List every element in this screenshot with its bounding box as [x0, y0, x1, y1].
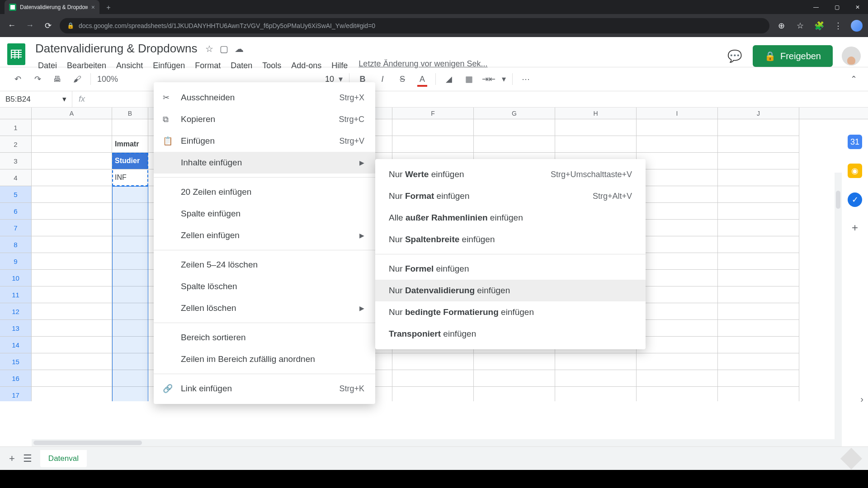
cell[interactable] — [637, 169, 718, 186]
cell[interactable]: Immatr — [112, 136, 148, 153]
cell[interactable] — [112, 303, 148, 320]
cell[interactable] — [392, 370, 474, 387]
cell[interactable] — [32, 253, 112, 270]
row-header[interactable]: 12 — [0, 303, 32, 320]
row-header[interactable]: 3 — [0, 153, 32, 169]
cell[interactable] — [637, 236, 718, 253]
menu-file[interactable]: Datei — [33, 59, 61, 72]
text-color-button[interactable]: A — [415, 72, 429, 86]
more-button[interactable]: ⋯ — [519, 72, 533, 86]
explore-button[interactable] — [840, 447, 862, 469]
cell[interactable] — [112, 270, 148, 286]
ctx-paste[interactable]: 📋 Einfügen Strg+V — [154, 130, 375, 152]
cell[interactable] — [718, 136, 799, 153]
side-panel-chevron-icon[interactable]: › — [860, 394, 863, 404]
close-icon[interactable]: × — [91, 4, 95, 11]
cell[interactable] — [637, 387, 718, 401]
borders-button[interactable]: ▦ — [462, 72, 476, 86]
cell[interactable] — [637, 203, 718, 220]
cell[interactable] — [718, 337, 799, 353]
cell[interactable] — [555, 119, 637, 136]
cell[interactable] — [32, 337, 112, 353]
sub-colwidth-only[interactable]: Nur Spaltenbreite einfügen — [375, 229, 646, 250]
address-bar[interactable]: 🔒 docs.google.com/spreadsheets/d/1JKUDAN… — [60, 18, 769, 33]
row-header[interactable]: 16 — [0, 370, 32, 387]
row-header[interactable]: 13 — [0, 320, 32, 337]
menu-format[interactable]: Format — [190, 59, 225, 72]
col-header[interactable]: G — [474, 108, 555, 119]
row-header[interactable]: 14 — [0, 337, 32, 353]
add-sheet-button[interactable]: + — [9, 453, 15, 465]
col-header[interactable]: J — [718, 108, 799, 119]
cell[interactable] — [555, 387, 637, 401]
ctx-delete-cells[interactable]: Zellen löschen ▶ — [154, 297, 375, 319]
forward-button[interactable]: → — [24, 21, 36, 30]
col-header[interactable]: A — [32, 108, 112, 119]
cell[interactable] — [32, 220, 112, 236]
ctx-insert-col[interactable]: Spalte einfügen — [154, 203, 375, 225]
strike-button[interactable]: S — [396, 72, 409, 86]
cell[interactable] — [718, 203, 799, 220]
cell[interactable] — [637, 370, 718, 387]
row-header[interactable]: 7 — [0, 220, 32, 236]
minimize-button[interactable]: — — [806, 0, 826, 14]
profile-avatar[interactable] — [851, 20, 863, 32]
row-header[interactable]: 5 — [0, 186, 32, 203]
cell[interactable] — [637, 353, 718, 370]
cell[interactable] — [32, 370, 112, 387]
cell[interactable] — [112, 320, 148, 337]
extensions-icon[interactable]: 🧩 — [813, 21, 826, 31]
col-header[interactable]: F — [392, 108, 474, 119]
new-tab-button[interactable]: + — [102, 1, 115, 14]
ctx-insert-link[interactable]: 🔗 Link einfügen Strg+K — [154, 378, 375, 399]
cell[interactable] — [392, 136, 474, 153]
calendar-icon[interactable]: 31 — [848, 135, 862, 149]
sub-no-borders[interactable]: Alle außer Rahmenlinien einfügen — [375, 207, 646, 229]
row-header[interactable]: 17 — [0, 387, 32, 401]
cell[interactable] — [555, 136, 637, 153]
keep-icon[interactable]: ◉ — [848, 164, 862, 178]
cell[interactable] — [474, 136, 555, 153]
horizontal-scrollbar[interactable] — [32, 439, 842, 446]
browser-tab[interactable]: Datenvalidierung & Dropdowns × — [5, 0, 99, 14]
ctx-copy[interactable]: ⧉ Kopieren Strg+C — [154, 108, 375, 130]
cell[interactable] — [32, 387, 112, 401]
cell[interactable] — [718, 370, 799, 387]
ctx-insert-cells[interactable]: Zellen einfügen ▶ — [154, 225, 375, 246]
sheet-tab[interactable]: Datenval — [40, 450, 87, 467]
row-header[interactable]: 15 — [0, 353, 32, 370]
sub-transpose[interactable]: Transponiert einfügen — [375, 323, 646, 345]
add-panel-icon[interactable]: + — [852, 221, 858, 234]
cell[interactable] — [392, 119, 474, 136]
undo-button[interactable]: ↶ — [11, 72, 24, 86]
col-header[interactable]: H — [555, 108, 637, 119]
col-header[interactable]: I — [637, 108, 718, 119]
ctx-insert-rows[interactable]: 20 Zeilen einfügen — [154, 181, 375, 203]
menu-edit[interactable]: Bearbeiten — [62, 59, 111, 72]
tasks-icon[interactable]: ✓ — [848, 192, 862, 207]
cell[interactable] — [637, 320, 718, 337]
row-header[interactable]: 2 — [0, 136, 32, 153]
paint-format-button[interactable]: 🖌 — [71, 72, 84, 86]
cell[interactable] — [474, 119, 555, 136]
cell[interactable] — [32, 286, 112, 303]
cell[interactable] — [112, 236, 148, 253]
fill-color-button[interactable]: ◢ — [442, 72, 456, 86]
ctx-sort-range[interactable]: Bereich sortieren — [154, 327, 375, 348]
share-button[interactable]: 🔒 Freigeben — [753, 45, 833, 67]
cell[interactable] — [718, 153, 799, 169]
cell[interactable] — [112, 186, 148, 203]
ctx-delete-col[interactable]: Spalte löschen — [154, 276, 375, 297]
cell[interactable] — [637, 270, 718, 286]
sub-values-only[interactable]: Nur Werte einfügen Strg+Umschalttaste+V — [375, 164, 646, 185]
maximize-button[interactable]: ▢ — [826, 0, 847, 14]
account-avatar[interactable] — [842, 47, 861, 66]
close-window-button[interactable]: ✕ — [847, 0, 868, 14]
cell[interactable] — [555, 353, 637, 370]
sub-data-validation-only[interactable]: Nur Datenvalidierung einfügen — [375, 280, 646, 301]
cell[interactable]: INF — [112, 169, 148, 186]
cell[interactable] — [637, 136, 718, 153]
cell[interactable] — [112, 387, 148, 401]
doc-title[interactable]: Datenvalidierung & Dropdowns — [33, 41, 199, 56]
merge-button[interactable]: ⇥⇤ — [482, 72, 495, 86]
